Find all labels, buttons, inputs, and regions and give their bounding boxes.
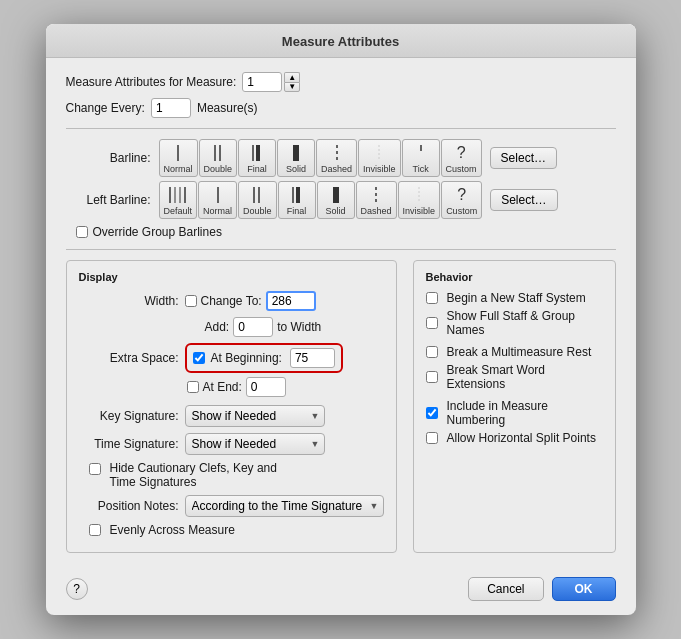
time-sig-select[interactable]: Show if Needed Always Show Never Show (185, 433, 325, 455)
barline-tick[interactable]: Tick (402, 139, 440, 177)
display-group-title: Display (79, 271, 384, 283)
break-multimeasure-checkbox[interactable] (426, 346, 438, 358)
measures-label: Measure(s) (197, 101, 258, 115)
behavior-item-3: Break Smart Word Extensions (426, 363, 603, 391)
time-sig-label: Time Signature: (79, 437, 179, 451)
barline-normal[interactable]: Normal (159, 139, 198, 177)
measure-number-stepper[interactable]: ▲ ▼ (284, 72, 300, 92)
barline-double[interactable]: Double (199, 139, 238, 177)
barline-buttons: Normal Double Final (159, 139, 482, 177)
at-end-row: At End: (187, 377, 384, 397)
at-end-checkbox[interactable] (187, 381, 199, 393)
left-barline-dashed[interactable]: Dashed (356, 181, 397, 219)
begin-new-staff-checkbox[interactable] (426, 292, 438, 304)
add-row: Add: to Width (79, 317, 384, 337)
position-notes-select[interactable]: According to the Time Signature Evenly M… (185, 495, 384, 517)
barline-final[interactable]: Final (238, 139, 276, 177)
hide-cautionary-label: Hide Cautionary Clefs, Key and Time Sign… (110, 461, 277, 489)
stepper-down[interactable]: ▼ (284, 82, 300, 92)
behavior-item-0: Begin a New Staff System (426, 291, 603, 305)
at-beginning-input[interactable] (290, 348, 335, 368)
time-sig-row: Time Signature: Show if Needed Always Sh… (79, 433, 384, 455)
include-in-numbering-checkbox[interactable] (426, 407, 438, 419)
svg-rect-17 (296, 187, 300, 203)
to-width-label: to Width (277, 320, 321, 334)
override-label: Override Group Barlines (93, 225, 222, 239)
break-smart-word-label: Break Smart Word Extensions (447, 363, 603, 391)
behavior-item-2: Break a Multimeasure Rest (426, 345, 603, 359)
show-full-staff-label: Show Full Staff & Group Names (447, 309, 603, 337)
measure-number-input[interactable] (242, 72, 282, 92)
width-value-input[interactable] (266, 291, 316, 311)
bottom-bar: ? Cancel OK (46, 569, 636, 615)
key-sig-dropdown-wrap: Show if Needed Always Show Never Show ▼ (185, 405, 325, 427)
evenly-across-checkbox[interactable] (89, 524, 101, 536)
barline-dashed[interactable]: Dashed (316, 139, 357, 177)
svg-rect-18 (333, 187, 339, 203)
override-row: Override Group Barlines (76, 225, 616, 239)
position-notes-label: Position Notes: (79, 499, 179, 513)
behavior-item-5: Allow Horizontal Split Points (426, 431, 603, 445)
key-sig-label: Key Signature: (79, 409, 179, 423)
change-to-label: Change To: (201, 294, 262, 308)
hide-cautionary-checkbox[interactable] (89, 463, 101, 475)
left-barline-double[interactable]: Double (238, 181, 277, 219)
left-barline-label: Left Barline: (66, 193, 151, 207)
left-barline-default[interactable]: Default (159, 181, 198, 219)
display-section: Display Width: Change To: Add: to Width (66, 260, 397, 553)
position-notes-dropdown-wrap: According to the Time Signature Evenly M… (185, 495, 384, 517)
svg-rect-5 (293, 145, 299, 161)
add-label: Add: (205, 320, 230, 334)
change-every-label: Change Every: (66, 101, 145, 115)
barline-label: Barline: (66, 151, 151, 165)
extra-space-row: Extra Space: At Beginning: (79, 343, 384, 373)
break-multimeasure-label: Break a Multimeasure Rest (447, 345, 592, 359)
at-end-input[interactable] (246, 377, 286, 397)
behavior-item-1: Show Full Staff & Group Names (426, 309, 603, 337)
extra-space-label: Extra Space: (79, 351, 179, 365)
barline-solid[interactable]: Solid (277, 139, 315, 177)
left-barline-final[interactable]: Final (278, 181, 316, 219)
left-barline-select-btn[interactable]: Select… (490, 189, 557, 211)
evenly-across-row: Evenly Across Measure (89, 523, 384, 537)
change-to-checkbox[interactable] (185, 295, 197, 307)
hide-cautionary-row: Hide Cautionary Clefs, Key and Time Sign… (89, 461, 384, 489)
ok-button[interactable]: OK (552, 577, 616, 601)
key-sig-row: Key Signature: Show if Needed Always Sho… (79, 405, 384, 427)
width-label: Width: (79, 294, 179, 308)
cancel-button[interactable]: Cancel (468, 577, 543, 601)
help-button[interactable]: ? (66, 578, 88, 600)
extra-space-box: At Beginning: (185, 343, 343, 373)
left-barline-invisible[interactable]: Invisible (398, 181, 441, 219)
left-barline-buttons: Default Normal Double (159, 181, 483, 219)
left-barline-solid[interactable]: Solid (317, 181, 355, 219)
include-in-numbering-label: Include in Measure Numbering (447, 399, 603, 427)
begin-new-staff-label: Begin a New Staff System (447, 291, 586, 305)
allow-horizontal-split-label: Allow Horizontal Split Points (447, 431, 596, 445)
add-value-input[interactable] (233, 317, 273, 337)
at-end-label: At End: (203, 380, 242, 394)
measure-for-label: Measure Attributes for Measure: (66, 75, 237, 89)
allow-horizontal-split-checkbox[interactable] (426, 432, 438, 444)
dialog-title: Measure Attributes (46, 24, 636, 58)
time-sig-dropdown-wrap: Show if Needed Always Show Never Show ▼ (185, 433, 325, 455)
svg-rect-4 (256, 145, 260, 161)
left-barline-normal[interactable]: Normal (198, 181, 237, 219)
show-full-staff-checkbox[interactable] (426, 317, 438, 329)
position-notes-row: Position Notes: According to the Time Si… (79, 495, 384, 517)
break-smart-word-checkbox[interactable] (426, 371, 438, 383)
behavior-group-title: Behavior (426, 271, 603, 283)
barline-custom[interactable]: ? Custom (441, 139, 482, 177)
behavior-section: Behavior Begin a New Staff System Show F… (413, 260, 616, 553)
stepper-up[interactable]: ▲ (284, 72, 300, 82)
barline-invisible[interactable]: Invisible (358, 139, 401, 177)
at-beginning-label: At Beginning: (211, 351, 282, 365)
behavior-item-4: Include in Measure Numbering (426, 399, 603, 427)
change-every-input[interactable] (151, 98, 191, 118)
left-barline-custom[interactable]: ? Custom (441, 181, 482, 219)
measure-attributes-dialog: Measure Attributes Measure Attributes fo… (46, 24, 636, 615)
override-checkbox[interactable] (76, 226, 88, 238)
barline-select-btn[interactable]: Select… (490, 147, 557, 169)
at-beginning-checkbox[interactable] (193, 352, 205, 364)
key-sig-select[interactable]: Show if Needed Always Show Never Show (185, 405, 325, 427)
